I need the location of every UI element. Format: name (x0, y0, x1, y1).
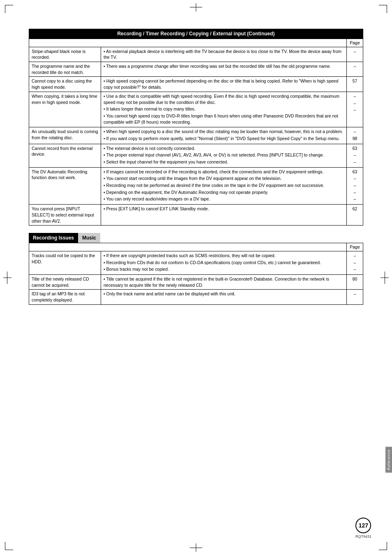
ri-cause-bullet: • If there are copyright protected track… (104, 253, 344, 259)
cause-bullet: • The proper external input channel (AV1… (104, 152, 344, 158)
ri-cause-bullet: • Recording from CDs that do not conform… (104, 260, 344, 266)
corner-mark-bl (5, 542, 13, 550)
recording-issues-label: Recording Issues (29, 233, 78, 243)
page-value: – (349, 196, 360, 202)
table-row: You cannot press [INPUT SELECT] to selec… (29, 205, 363, 226)
cause-header (101, 39, 347, 47)
page-cell: –98 (347, 127, 363, 144)
page-wrapper: Recording / Timer Recording / Copying / … (0, 0, 392, 555)
ri-header-row: Page (29, 243, 363, 251)
cause-bullet: • You cannot high speed copy to DVD-R ti… (104, 113, 344, 125)
cause-bullet: • If you want copy to perform more quiet… (104, 136, 344, 142)
ri-issue-cell: Tracks could not be copied to the HDD. (29, 251, 101, 274)
cause-cell: • When high speed copying to a disc the … (101, 127, 347, 144)
ri-cause-cell: • Title cannot be acquired if the title … (101, 274, 347, 289)
page-cell: ––– (347, 92, 363, 127)
issue-cell: You cannot press [INPUT SELECT] to selec… (29, 205, 101, 226)
issue-cell: Stripe-shaped black noise is recorded. (29, 47, 101, 62)
ri-page-value: – (349, 260, 360, 266)
ri-page-value: – (349, 253, 360, 259)
ri-cause-cell: • If there are copyright protected track… (101, 251, 347, 274)
page-number-area: 127 RQT9431 (355, 518, 371, 539)
cause-bullet: • Use a disc that is compatible with hig… (104, 93, 344, 105)
ri-page-header: Page (347, 243, 363, 251)
table-row: Stripe-shaped black noise is recorded.• … (29, 47, 363, 62)
cause-cell: • High speed copying cannot be performed… (101, 77, 347, 92)
cause-cell: • If images cannot be recorded or if the… (101, 167, 347, 204)
ri-issue-cell: Title of the newly released CD cannot be… (29, 274, 101, 289)
cause-bullet: • The external device is not correctly c… (104, 145, 344, 152)
cause-bullet: • If images cannot be recorded or if the… (104, 169, 344, 175)
page-cell: 63–– (347, 144, 363, 167)
corner-mark-br (379, 542, 387, 550)
ri-issue-cell: ID3 tag of an MP3 file is not completely… (29, 290, 101, 304)
crosshair-left (0, 272, 16, 284)
table-row: When copying, it takes a long time even … (29, 92, 363, 127)
issue-cell: Cannot record from the external device. (29, 144, 101, 167)
page-value: – (349, 129, 360, 135)
table-row: Cannot copy to a disc using the high spe… (29, 77, 363, 92)
cause-bullet: • You cannot start recording until the i… (104, 175, 344, 182)
ri-table-row: Title of the newly released CD cannot be… (29, 274, 363, 289)
page-value: – (349, 107, 360, 113)
corner-mark-tr (379, 5, 387, 13)
cause-bullet: • Recording may not be performed as desi… (104, 182, 344, 189)
issue-cell: An unusually loud sound is coming from t… (29, 127, 101, 144)
main-trouble-table: Page Stripe-shaped black noise is record… (29, 39, 363, 226)
ri-page-cell: ––– (347, 251, 363, 274)
page-cell: – (347, 62, 363, 77)
table-row: The programme name and the recorded titl… (29, 62, 363, 77)
page-value: 63 (349, 145, 360, 152)
page-cell: 62 (347, 205, 363, 226)
page-value: – (349, 100, 360, 106)
music-label: Music (78, 233, 100, 243)
ri-table-row: ID3 tag of an MP3 file is not completely… (29, 290, 363, 304)
issue-cell: The DV Automatic Recording function does… (29, 167, 101, 204)
recording-issues-section-header: Recording IssuesMusic (29, 233, 363, 243)
issue-cell: When copying, it takes a long time even … (29, 92, 101, 127)
cause-cell: • The external device is not correctly c… (101, 144, 347, 167)
ri-cause-header (101, 243, 347, 251)
cause-bullet: • When high speed copying to a disc the … (104, 129, 344, 135)
cause-bullet: • You can only record audio/video images… (104, 196, 344, 202)
recording-issues-table: PageTracks could not be copied to the HD… (29, 243, 363, 305)
crosshair-top (190, 0, 202, 16)
page-value: 98 (349, 136, 360, 142)
main-section-header: Recording / Timer Recording / Copying / … (29, 29, 363, 39)
page-cell: – (347, 47, 363, 62)
page-value: – (349, 93, 360, 99)
corner-mark-tl (5, 5, 13, 13)
ri-issue-header (29, 243, 101, 251)
crosshair-right (376, 272, 392, 284)
cause-cell: • Press [EXT LINK] to cancel EXT LINK St… (101, 205, 347, 226)
issue-cell: The programme name and the recorded titl… (29, 62, 101, 77)
issue-header (29, 39, 101, 47)
cause-cell: • Use a disc that is compatible with hig… (101, 92, 347, 127)
cause-bullet: • Select the input channel for the equip… (104, 159, 344, 165)
ri-page-cell: – (347, 290, 363, 304)
cause-cell: • There was a programme change after tim… (101, 62, 347, 77)
page-cell: 63–––– (347, 167, 363, 204)
page-value: – (349, 159, 360, 165)
page-value: – (349, 189, 360, 196)
ri-table-row: Tracks could not be copied to the HDD.• … (29, 251, 363, 274)
cause-bullet: • Depending on the equipment, the DV Aut… (104, 189, 344, 196)
ri-cause-cell: • Only the track name and artist name ca… (101, 290, 347, 304)
ri-page-cell: 80 (347, 274, 363, 289)
table-row: An unusually loud sound is coming from t… (29, 127, 363, 144)
ri-cause-bullet: • Bonus tracks may not be copied. (104, 266, 344, 272)
page-header: Page (347, 39, 363, 47)
page-value: – (349, 175, 360, 182)
page-value: – (349, 182, 360, 189)
page-cell: 57 (347, 77, 363, 92)
page-value: – (349, 152, 360, 158)
page-value: 63 (349, 169, 360, 175)
model-number: RQT9431 (355, 534, 371, 539)
crosshair-bottom (190, 539, 202, 555)
page-number-circle: 127 (355, 518, 371, 533)
table-row: The DV Automatic Recording function does… (29, 167, 363, 204)
ri-page-value: – (349, 266, 360, 272)
side-reference-tab: Reference (385, 447, 392, 473)
content-area: Recording / Timer Recording / Copying / … (29, 29, 363, 305)
cause-bullet: • It takes longer than normal to copy ma… (104, 106, 344, 112)
